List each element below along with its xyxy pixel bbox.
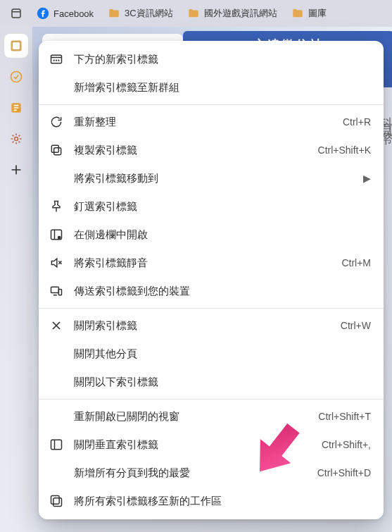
site-icon xyxy=(9,39,23,53)
menu-item-shortcut: Ctrl+Shift+T xyxy=(318,411,371,422)
bookmarks-bar: Facebook 3C資訊網站 國外遊戲資訊網站 圖庫 xyxy=(0,0,392,27)
vtab-item-1[interactable] xyxy=(4,34,28,58)
svg-rect-3 xyxy=(13,42,20,49)
svg-rect-19 xyxy=(51,496,60,505)
svg-rect-0 xyxy=(12,9,20,18)
bookmark-label: Facebook xyxy=(53,8,94,19)
mute-icon xyxy=(49,255,64,271)
tabs-icon xyxy=(10,7,23,20)
menu-separator xyxy=(39,308,384,309)
toolbar-tabs-button[interactable] xyxy=(4,4,28,23)
menu-item-label: 關閉以下索引標籤 xyxy=(74,376,371,389)
menu-item[interactable]: 關閉垂直索引標籤Ctrl+Shift+, xyxy=(39,431,384,459)
blank-icon xyxy=(49,374,64,390)
menu-item-shortcut: Ctrl+Shift+D xyxy=(317,467,371,478)
tab-new-icon xyxy=(49,51,64,67)
duplicate-icon xyxy=(49,142,64,158)
menu-item-label: 傳送索引標籤到您的裝置 xyxy=(74,285,371,298)
menu-item-label: 重新開啟已關閉的視窗 xyxy=(74,410,308,423)
bookmark-label: 3C資訊網站 xyxy=(125,7,173,20)
menu-item[interactable]: 新增索引標籤至新群組 xyxy=(39,73,384,101)
pin-icon xyxy=(49,199,64,214)
menu-item-shortcut: Ctrl+R xyxy=(343,116,371,128)
menu-item[interactable]: 關閉索引標籤Ctrl+W xyxy=(39,311,384,340)
vertical-toolbar xyxy=(0,27,32,532)
menu-item[interactable]: 傳送索引標籤到您的裝置 xyxy=(39,277,384,305)
menu-item[interactable]: 在側邊欄中開啟 xyxy=(39,221,384,249)
site-icon xyxy=(9,70,23,84)
blank-icon xyxy=(49,346,64,361)
sidebar-icon xyxy=(49,227,64,242)
menu-separator xyxy=(39,399,384,400)
menu-item-label: 關閉其他分頁 xyxy=(74,347,371,361)
bookmark-item-foreign-games[interactable]: 國外遊戲資訊網站 xyxy=(182,4,283,23)
blank-icon xyxy=(49,465,64,481)
vtab-item-4[interactable] xyxy=(4,127,28,151)
menu-item[interactable]: 重新整理Ctrl+R xyxy=(39,108,384,136)
svg-point-8 xyxy=(53,60,54,61)
menu-item-label: 釘選索引標籤 xyxy=(74,200,371,214)
menu-item-label: 複製索引標籤 xyxy=(74,144,308,157)
menu-item[interactable]: 關閉以下索引標籤 xyxy=(39,368,384,396)
blank-icon xyxy=(49,80,64,95)
menu-item-label: 新增索引標籤至新群組 xyxy=(74,81,371,94)
menu-item-shortcut: Ctrl+Shift+, xyxy=(322,439,371,450)
svg-point-10 xyxy=(58,60,59,61)
menu-item[interactable]: 複製索引標籤Ctrl+Shift+K xyxy=(39,136,384,164)
menu-item-shortcut: Ctrl+W xyxy=(341,320,371,331)
menu-item[interactable]: 新增所有分頁到我的最愛Ctrl+Shift+D xyxy=(39,459,384,487)
bookmark-item-3c[interactable]: 3C資訊網站 xyxy=(102,4,179,23)
menu-item[interactable]: 將所有索引標籤移至新的工作區 xyxy=(39,487,384,515)
bookmark-label: 圖庫 xyxy=(308,7,327,20)
bookmark-item-gallery[interactable]: 圖庫 xyxy=(286,4,332,23)
menu-item[interactable]: 將索引標籤移動到▶ xyxy=(39,164,384,192)
menu-item-label: 將索引標籤靜音 xyxy=(74,256,331,270)
tab-context-menu: 下方的新索引標籤新增索引標籤至新群組重新整理Ctrl+R複製索引標籤Ctrl+S… xyxy=(39,41,384,519)
bookmark-label: 國外遊戲資訊網站 xyxy=(204,7,277,20)
menu-item[interactable]: 將索引標籤靜音Ctrl+M xyxy=(39,249,384,277)
menu-item[interactable]: 釘選索引標籤 xyxy=(39,192,384,221)
blank-icon xyxy=(49,409,64,424)
menu-item[interactable]: 關閉其他分頁 xyxy=(39,340,384,368)
menu-item[interactable]: 重新開啟已關閉的視窗Ctrl+Shift+T xyxy=(39,402,384,431)
menu-item[interactable]: 下方的新索引標籤 xyxy=(39,45,384,73)
menu-item-label: 關閉索引標籤 xyxy=(74,319,331,333)
reload-icon xyxy=(49,114,64,130)
menu-item-label: 新增所有分頁到我的最愛 xyxy=(74,466,308,480)
svg-rect-18 xyxy=(53,498,62,507)
svg-point-6 xyxy=(15,137,18,141)
svg-point-4 xyxy=(11,72,22,82)
devices-icon xyxy=(49,283,64,299)
menu-item-label: 在側邊欄中開啟 xyxy=(74,228,371,242)
menu-separator xyxy=(39,104,384,105)
blank-icon xyxy=(49,171,64,186)
folder-icon xyxy=(187,7,200,20)
svg-rect-7 xyxy=(51,55,62,63)
close-icon xyxy=(49,318,64,333)
bookmark-item-facebook[interactable]: Facebook xyxy=(31,4,99,23)
svg-rect-17 xyxy=(51,440,62,449)
vtab-item-3[interactable] xyxy=(4,96,28,120)
menu-item-label: 下方的新索引標籤 xyxy=(74,53,371,66)
workspace-icon xyxy=(49,493,64,509)
folder-icon xyxy=(291,7,304,20)
svg-point-9 xyxy=(56,60,57,61)
menu-item-shortcut: Ctrl+M xyxy=(341,257,371,268)
svg-rect-12 xyxy=(51,145,58,152)
plus-icon xyxy=(9,163,23,177)
menu-item-label: 將所有索引標籤移至新的工作區 xyxy=(74,495,371,508)
svg-rect-11 xyxy=(54,148,61,155)
menu-item-shortcut: Ctrl+Shift+K xyxy=(318,144,371,156)
svg-rect-15 xyxy=(51,287,59,292)
menu-item-label: 重新整理 xyxy=(74,116,333,129)
new-tab-button[interactable] xyxy=(4,158,28,182)
gear-icon xyxy=(9,132,23,146)
site-icon xyxy=(9,101,23,115)
svg-rect-16 xyxy=(58,290,61,295)
vtab-item-2[interactable] xyxy=(4,65,28,89)
folder-icon xyxy=(108,7,120,20)
facebook-icon xyxy=(37,7,49,20)
vertical-tabs-icon xyxy=(49,437,64,452)
menu-item-label: 將索引標籤移動到 xyxy=(74,172,353,185)
chevron-right-icon: ▶ xyxy=(363,173,371,184)
